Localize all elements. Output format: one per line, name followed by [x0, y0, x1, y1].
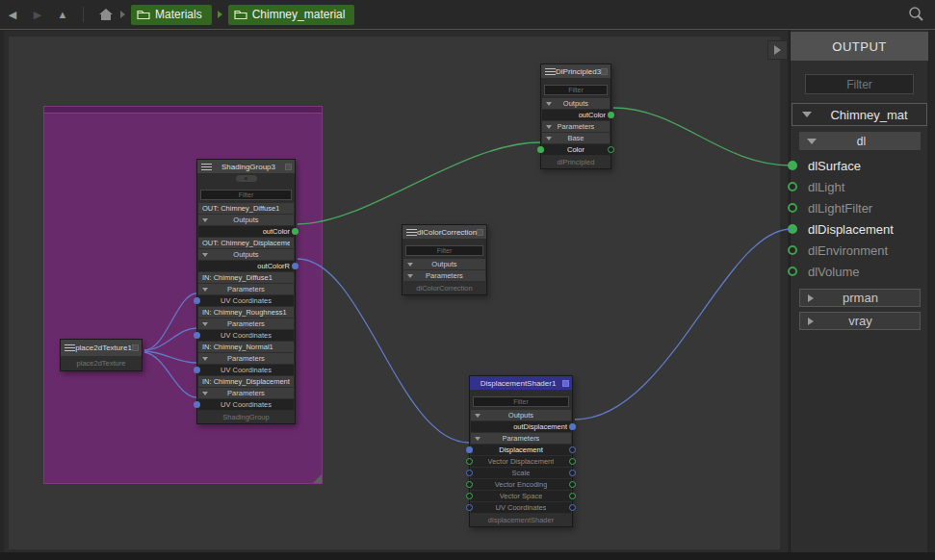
output-port[interactable] [569, 470, 576, 476]
input-port[interactable] [466, 458, 473, 465]
node-swatch[interactable] [562, 380, 569, 387]
node-swatch[interactable] [477, 229, 483, 236]
menu-icon[interactable] [545, 68, 556, 75]
node-row-parameters[interactable]: Parameters [198, 318, 294, 329]
input-port[interactable] [466, 481, 473, 488]
node-row-outputs[interactable]: Outputs [471, 410, 571, 420]
port-dllightfilter[interactable]: dlLightFilter [791, 198, 928, 217]
port-dlenvironment[interactable]: dlEnvironment [791, 241, 928, 260]
input-port[interactable] [466, 446, 473, 453]
port-dot-icon[interactable] [788, 224, 797, 234]
node-dlcolorcorrection[interactable]: dlColorCorrection Outputs Parameters dlC… [402, 224, 487, 295]
node-row-parameters[interactable]: Parameters [198, 353, 294, 364]
home-icon[interactable] [97, 6, 115, 23]
material-header[interactable]: Chimney_mat [792, 103, 927, 126]
node-header[interactable]: DisplacementShader1 [470, 376, 572, 390]
input-port[interactable] [194, 367, 200, 373]
output-port[interactable] [608, 146, 614, 153]
node-filter-input[interactable] [544, 85, 608, 95]
menu-icon[interactable] [406, 229, 417, 236]
node-row-uv-coordinates[interactable]: UV Coordinates [471, 502, 571, 513]
input-port[interactable] [466, 504, 473, 511]
output-port[interactable] [569, 423, 576, 430]
output-port[interactable] [569, 446, 576, 453]
section-prman[interactable]: prman [799, 289, 921, 307]
collapse-triangle-icon[interactable] [202, 288, 208, 292]
node-filter-input[interactable] [473, 396, 569, 407]
port-dldisplacement[interactable]: dlDisplacement [791, 219, 928, 239]
node-header[interactable]: DlPrincipled3 [541, 64, 610, 78]
collapse-triangle-icon[interactable] [407, 263, 413, 267]
node-row-outdisplacement[interactable]: outDisplacement [471, 421, 571, 432]
node-row-parameters[interactable]: Parameters [471, 433, 571, 444]
port-dot-icon[interactable] [788, 182, 797, 191]
port-dot-icon[interactable] [788, 161, 797, 170]
output-port[interactable] [569, 458, 576, 465]
collapse-triangle-icon[interactable] [475, 437, 480, 441]
port-dot-icon[interactable] [788, 267, 797, 276]
node-dlprincipled3[interactable]: DlPrincipled3 Outputs outColor Parameter… [540, 64, 611, 169]
node-row-scale[interactable]: Scale [471, 468, 571, 478]
expand-triangle-icon[interactable] [802, 112, 812, 117]
node-place2dtexture1[interactable]: place2dTexture1 place2dTexture [60, 339, 143, 371]
input-port[interactable] [466, 493, 473, 499]
breadcrumb-item-materials[interactable]: Materials [131, 5, 212, 25]
collapse-triangle-icon[interactable] [407, 274, 413, 278]
node-row-displacement[interactable]: Displacement [471, 445, 571, 455]
node-filter-input[interactable] [200, 190, 292, 200]
node-swatch[interactable] [132, 344, 139, 351]
node-row-outputs[interactable]: Outputs [198, 249, 294, 260]
node-row-parameters[interactable]: Parameters [198, 388, 294, 398]
menu-icon[interactable] [65, 344, 75, 351]
node-row-outputs[interactable]: Outputs [198, 215, 294, 225]
output-port[interactable] [608, 112, 614, 118]
node-shadinggroup3[interactable]: ShadingGroup3 OUT: Chimney_Diffuse1 Outp… [196, 159, 296, 424]
collapse-triangle-icon[interactable] [202, 392, 208, 395]
section-dl[interactable]: dl [799, 132, 921, 150]
port-dllight[interactable]: dlLight [791, 177, 928, 196]
node-row-parameters[interactable]: Parameters [542, 121, 610, 132]
node-row-out-displacement[interactable]: OUT: Chimney_Displacement1 [198, 238, 294, 248]
node-row-outputs[interactable]: Outputs [403, 259, 485, 269]
node-row-outcolorr[interactable]: outColorR [198, 261, 294, 271]
collapse-triangle-icon[interactable] [546, 125, 552, 129]
input-port[interactable] [194, 401, 200, 408]
node-row-uv-coordinates[interactable]: UV Coordinates [198, 399, 294, 410]
node-row-vector-encoding[interactable]: Vector Encoding [471, 479, 571, 490]
node-row-vector-space[interactable]: Vector Space [471, 491, 571, 501]
node-swatch[interactable] [601, 68, 608, 75]
collapse-triangle-icon[interactable] [475, 414, 480, 418]
backdrop-titlebar[interactable] [44, 107, 322, 114]
output-port[interactable] [569, 504, 576, 511]
node-header[interactable]: place2dTexture1 [61, 340, 142, 356]
section-vray[interactable]: vray [799, 312, 921, 330]
node-header[interactable]: ShadingGroup3 [197, 160, 295, 173]
back-button[interactable]: ◀ [0, 9, 25, 21]
node-row-outputs[interactable]: Outputs [542, 98, 610, 109]
collapse-triangle-icon[interactable] [202, 357, 208, 361]
port-dot-icon[interactable] [788, 203, 797, 213]
node-row-parameters[interactable]: Parameters [198, 284, 294, 294]
up-button[interactable]: ▲ [50, 9, 75, 20]
node-row-base[interactable]: Base [542, 133, 610, 143]
node-row-outcolor[interactable]: outColor [198, 226, 294, 237]
node-row-outcolor[interactable]: outColor [542, 110, 610, 120]
node-row-in-normal[interactable]: IN: Chimney_Normal1 [198, 342, 294, 352]
input-port[interactable] [537, 146, 544, 153]
expand-triangle-icon[interactable] [807, 139, 817, 144]
backdrop-resize-handle[interactable] [313, 474, 322, 483]
panel-collapse-button[interactable] [767, 40, 788, 60]
panel-filter-input[interactable] [805, 74, 914, 94]
node-row-uv-coordinates[interactable]: UV Coordinates [198, 295, 294, 306]
node-row-vector-displacement[interactable]: Vector Displacement [471, 456, 571, 467]
port-dlvolume[interactable]: dlVolume [791, 262, 928, 281]
input-port[interactable] [194, 297, 200, 304]
collapse-triangle-icon[interactable] [546, 102, 552, 106]
node-row-in-diffuse[interactable]: IN: Chimney_Diffuse1 [198, 272, 294, 283]
output-port[interactable] [569, 481, 576, 488]
collapse-triangle-icon[interactable] [202, 322, 208, 326]
output-port[interactable] [292, 228, 299, 235]
collapse-triangle-icon[interactable] [202, 253, 208, 257]
node-row-out-diffuse[interactable]: OUT: Chimney_Diffuse1 [198, 203, 294, 214]
port-dlsurface[interactable]: dlSurface [791, 156, 928, 175]
